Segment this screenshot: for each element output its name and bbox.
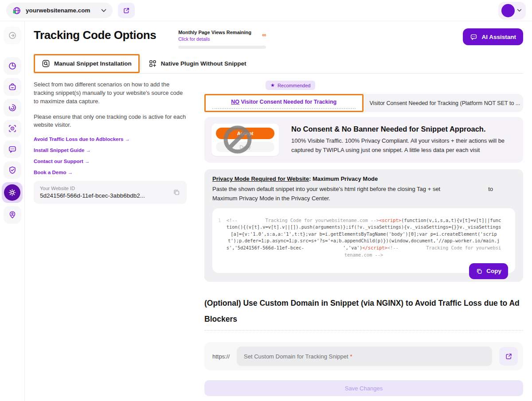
sidebar-item-feedback[interactable] [4, 140, 21, 158]
ai-assistant-label: AI Assistant [481, 34, 516, 40]
tab-no-consent[interactable]: NO Visitor Consent Needed for Tracking [204, 94, 364, 112]
website-id-value: 5d24156f-566d-11ef-bcec-3abb6bdb2... [40, 192, 145, 199]
sidebar-item-visitor-map[interactable] [4, 206, 21, 224]
custom-domain-placeholder: Set Custom Domain for Tracking Snippet [244, 353, 348, 360]
prohibition-icon [223, 125, 252, 154]
link-install-snippet-guide[interactable]: Install Snippet Guide → [34, 148, 187, 153]
open-website-button[interactable] [118, 3, 135, 18]
protocol-prefix: https:// [212, 353, 230, 360]
sidebar-item-privacy[interactable] [4, 161, 21, 179]
chat-bubble-icon [8, 145, 17, 154]
swirl-icon [8, 103, 17, 112]
page-title: Tracking Code Options [34, 28, 156, 42]
collapse-sidebar-icon [8, 31, 17, 40]
sidebar-item-dashboard[interactable] [4, 57, 21, 75]
sidebar-item-ecommerce[interactable] [4, 78, 21, 96]
privacy-mode-title: Privacy Mode Required for Website [212, 175, 309, 182]
no-consent-prefix: NO [231, 99, 239, 105]
recommended-badge: ★ Recommended [266, 81, 315, 90]
avatar [501, 4, 515, 17]
pageviews-progress-bar [178, 46, 266, 49]
capture-lens-icon [8, 124, 17, 133]
tab-label: Native Plugin Without Snippet [161, 60, 246, 67]
no-consent-info-card: Accept Deny No Consent & No Banner Neede… [204, 117, 523, 163]
shield-check-icon [8, 166, 17, 175]
sidebar-item-settings[interactable] [2, 182, 23, 203]
link-book-demo[interactable]: Book a Demo → [34, 170, 187, 175]
external-link-icon [505, 353, 512, 360]
code-line-number: 1 [218, 218, 221, 223]
tracking-code-block[interactable]: 1 <!-- Tracking Code for yourwebsitename… [212, 208, 515, 273]
pageviews-label: Monthly Page Views Remaining [178, 30, 251, 35]
copy-snippet-button[interactable]: Copy [469, 263, 508, 279]
map-pin-person-icon [8, 210, 17, 219]
open-domain-button[interactable] [499, 347, 518, 366]
website-id-label: Your Website ID [40, 186, 145, 191]
tab-label: Manual Snippet Installation [54, 60, 132, 67]
intro-paragraph-2: Please ensure that only one tracking cod… [34, 113, 187, 130]
external-link-icon [123, 7, 130, 14]
tab-manual-snippet[interactable]: Manual Snippet Installation [34, 54, 140, 73]
chevron-down-icon [517, 9, 522, 12]
star-icon: ★ [270, 82, 275, 88]
no-consent-heading: No Consent & No Banner Needed for Snippe… [291, 125, 516, 133]
privacy-desc-1: Paste the shown default snippet into you… [212, 186, 440, 192]
tab-bar: Manual Snippet Installation Native Plugi… [34, 54, 523, 74]
no-consent-rest: Visitor Consent Needed for Tracking [239, 99, 336, 105]
pageviews-widget: Monthly Page Views Remaining Click for d… [178, 28, 266, 49]
copy-icon[interactable] [172, 188, 180, 196]
infinity-icon: ∞ [262, 30, 266, 38]
recommended-label: Recommended [278, 83, 311, 88]
top-bar: yourwebsitename.com [0, 0, 532, 21]
privacy-mode-card: Privacy Mode Required for Website: Maxim… [204, 169, 523, 282]
website-selector[interactable]: yourwebsitename.com [6, 3, 113, 18]
link-avoid-traffic-loss[interactable]: Avoid Traffic Loss due to Adblockers → [34, 136, 187, 142]
no-consent-body: 100% Visible Traffic. 100% Privacy Compl… [291, 136, 516, 154]
required-asterisk: * [350, 353, 352, 360]
chevron-down-icon [101, 9, 106, 12]
website-id-card: Your Website ID 5d24156f-566d-11ef-bcec-… [34, 181, 187, 204]
tab-consent-needed[interactable]: Visitor Consent Needed for Tracking (Pla… [364, 94, 524, 112]
globe-icon [12, 6, 21, 15]
intro-paragraph-1: Select from two different scenarios on h… [34, 81, 187, 106]
sidebar-item-behavior[interactable] [4, 99, 21, 117]
user-menu[interactable] [498, 2, 526, 19]
chat-icon [470, 33, 477, 41]
save-changes-button[interactable]: Save Changes [204, 380, 523, 396]
ai-assistant-button[interactable]: AI Assistant [463, 28, 523, 45]
custom-domain-heading: (Optional) Use Custom Domain in Snippet … [204, 295, 523, 331]
plugin-grid-icon [149, 59, 157, 68]
custom-domain-row: https:// Set Custom Domain for Tracking … [204, 342, 523, 370]
pie-chart-icon [8, 62, 17, 70]
consent-banner-mock: Accept Deny [211, 124, 279, 156]
website-name: yourwebsitename.com [26, 7, 90, 14]
pageviews-details-link[interactable]: Click for details [178, 36, 251, 42]
copy-label: Copy [486, 268, 501, 274]
sidebar-item-recordings[interactable] [4, 120, 21, 137]
tab-divider [141, 57, 141, 70]
sidebar-item-collapse[interactable] [4, 27, 21, 44]
custom-domain-input[interactable]: Set Custom Domain for Tracking Snippet * [237, 346, 492, 366]
gear-icon [4, 184, 20, 201]
link-contact-support[interactable]: Contact our Support → [34, 159, 187, 164]
copy-icon [476, 268, 483, 275]
privacy-mode-value: : Maximum Privacy Mode [309, 175, 378, 182]
shopping-bag-icon [8, 82, 17, 91]
tab-native-plugin[interactable]: Native Plugin Without Snippet [142, 54, 253, 73]
code-search-icon [42, 59, 50, 68]
sidebar-nav [0, 21, 25, 401]
tracking-code-text: <!-- Tracking Code for yourwebsitename.c… [226, 217, 502, 259]
